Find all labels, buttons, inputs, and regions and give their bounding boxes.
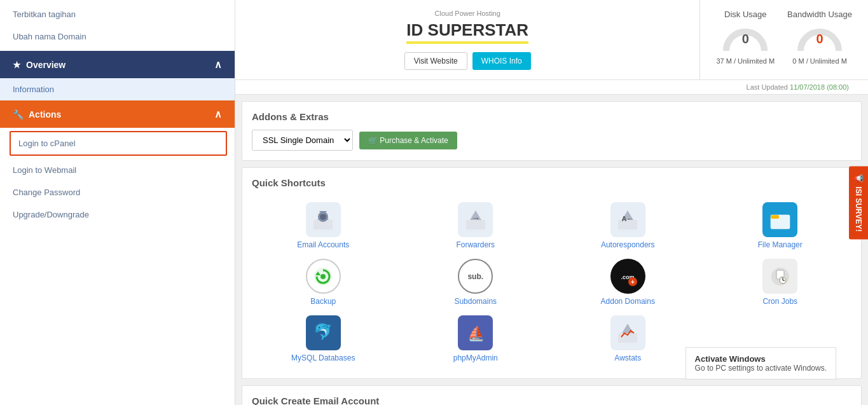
sidebar-link-ubah[interactable]: Ubah nama Domain (0, 25, 235, 48)
sidebar-actions-header[interactable]: 🔧 Actions ∧ (0, 100, 235, 128)
activate-title: Activate Windows (695, 354, 827, 364)
sidebar-item-webmail[interactable]: Login to Webmail (0, 159, 235, 181)
actions-label: Actions (29, 109, 61, 120)
addon-select[interactable]: SSL Single Domain (252, 130, 353, 151)
svg-text:A←: A← (622, 215, 634, 223)
overview-label: Overview (26, 60, 65, 70)
shortcut-mysql[interactable]: 🐬 MySQL Databases (252, 315, 395, 362)
svg-text:+: + (631, 278, 635, 285)
addon-domains-icon: .com + (610, 259, 645, 294)
visit-website-button[interactable]: Visit Website (404, 52, 467, 70)
svg-point-5 (320, 214, 326, 220)
sidebar-item-information[interactable]: Information (0, 78, 235, 100)
file-manager-label: File Manager (758, 240, 803, 249)
awstats-label: Awstats (614, 354, 641, 362)
sidebar-top-items: Terbitkan tagihan Ubah nama Domain (0, 0, 235, 51)
sidebar-link-terbitkan[interactable]: Terbitkan tagihan (0, 3, 235, 25)
file-manager-icon (762, 202, 797, 237)
shortcut-email-accounts[interactable]: Email Accounts (252, 202, 395, 249)
usage-section: Disk Usage 0 37 M / Unlimited M Bandwidt… (700, 0, 868, 79)
hosting-info: Cloud Power Hosting ID SUPERSTAR Visit W… (235, 0, 700, 79)
phpmyadmin-icon: ⛵ (458, 315, 493, 350)
phpmyadmin-label: phpMyAdmin (453, 354, 498, 362)
cloud-provider: Cloud Power Hosting (435, 10, 500, 17)
main-content: Cloud Power Hosting ID SUPERSTAR Visit W… (235, 0, 868, 405)
bandwidth-usage-label: Bandwidth Usage (787, 10, 852, 19)
forwarders-label: Forwarders (456, 240, 495, 249)
shortcut-addon-domains[interactable]: .com + Addon Domains (556, 259, 699, 306)
actions-sub-items: Login to cPanel ◀ Login to Webmail Chang… (0, 128, 235, 226)
login-cpanel-wrapper: Login to cPanel ◀ (0, 128, 235, 159)
hosting-buttons: Visit Website WHOIS Info (404, 52, 531, 70)
svg-text:⛵: ⛵ (467, 325, 485, 342)
subdomains-icon: sub. (458, 259, 493, 294)
addon-domains-label: Addon Domains (601, 297, 655, 306)
shortcut-autoresponders[interactable]: A← Autoresponders (556, 202, 699, 249)
shortcut-cron-jobs[interactable]: Cron Jobs (709, 259, 852, 306)
sidebar-item-upgrade[interactable]: Upgrade/Downgrade (0, 203, 235, 226)
sidebar-overview-header[interactable]: ★ Overview ∧ (0, 51, 235, 78)
autoresponders-label: Autoresponders (601, 240, 655, 249)
activate-windows-notice: Activate Windows Go to PC settings to ac… (685, 347, 836, 380)
autoresponders-icon: A← (610, 202, 645, 237)
bandwidth-gauge: 0 (794, 22, 845, 56)
cron-jobs-label: Cron Jobs (762, 297, 797, 306)
actions-chevron: ∧ (214, 108, 222, 120)
svg-point-17 (320, 274, 326, 279)
shortcut-awstats[interactable]: Awstats (556, 315, 699, 362)
subdomains-label: Subdomains (454, 297, 497, 306)
activate-desc: Go to PC settings to activate Windows. (695, 364, 827, 373)
survey-button[interactable]: 📢 ISI SURVEY! (849, 166, 868, 239)
addons-title: Addons & Extras (252, 111, 851, 122)
survey-label: ISI SURVEY! (854, 186, 863, 231)
star-icon: ★ (13, 60, 21, 70)
disk-gauge: 0 (720, 22, 771, 56)
email-accounts-icon (306, 202, 341, 237)
addons-section: Addons & Extras SSL Single Domain 🛒 Purc… (242, 101, 862, 161)
sub-text: sub. (467, 272, 483, 281)
shortcut-forwarders[interactable]: → Forwarders (404, 202, 548, 249)
email-accounts-label: Email Accounts (297, 240, 349, 249)
overview-chevron: ∧ (214, 58, 222, 71)
disk-usage: Disk Usage 0 37 M / Unlimited M (716, 10, 775, 65)
overview-sub-items: Information (0, 78, 235, 100)
whois-info-button[interactable]: WHOIS Info (472, 52, 531, 70)
last-updated-value: 11/07/2018 (08:00) (790, 83, 849, 91)
shortcuts-title: Quick Shortcuts (252, 177, 851, 188)
shortcut-subdomains[interactable]: sub. Subdomains (404, 259, 548, 306)
forwarders-icon: → (458, 202, 493, 237)
mysql-label: MySQL Databases (291, 354, 355, 362)
top-info-bar: Cloud Power Hosting ID SUPERSTAR Visit W… (235, 0, 868, 80)
shortcut-file-manager[interactable]: File Manager (709, 202, 852, 249)
disk-value: 0 (742, 32, 749, 46)
purchase-activate-button[interactable]: 🛒 Purchase & Activate (359, 132, 457, 149)
sidebar-item-change-password[interactable]: Change Password (0, 181, 235, 203)
shortcut-backup[interactable]: Backup (252, 259, 395, 306)
cart-icon: 🛒 (368, 136, 378, 145)
megaphone-icon: 📢 (854, 174, 863, 183)
bandwidth-value: 0 (816, 32, 823, 46)
svg-rect-13 (771, 215, 779, 219)
awstats-icon (610, 315, 645, 350)
shortcuts-grid: Email Accounts → Forwarders (252, 196, 851, 369)
disk-usage-label: Disk Usage (716, 10, 775, 19)
wrench-icon: 🔧 (13, 109, 24, 120)
svg-text:🐬: 🐬 (313, 322, 333, 341)
backup-label: Backup (310, 297, 336, 306)
quick-create-section: Quick Create Email Account @hariri.my.id… (242, 385, 862, 405)
last-updated: Last Updated 11/07/2018 (08:00) (235, 80, 868, 95)
backup-icon (306, 259, 341, 294)
cron-jobs-icon (762, 259, 797, 294)
bandwidth-sub: 0 M / Unlimited M (787, 57, 852, 65)
mysql-icon: 🐬 (306, 315, 341, 350)
disk-sub: 37 M / Unlimited M (716, 57, 775, 65)
sidebar: Terbitkan tagihan Ubah nama Domain ★ Ove… (0, 0, 235, 405)
quick-create-title: Quick Create Email Account (252, 395, 851, 405)
bandwidth-usage: Bandwidth Usage 0 0 M / Unlimited M (787, 10, 852, 65)
addon-row: SSL Single Domain 🛒 Purchase & Activate (252, 130, 851, 151)
hosting-name: ID SUPERSTAR (406, 20, 528, 44)
svg-text:→: → (471, 213, 480, 223)
last-updated-label: Last Updated (747, 83, 788, 91)
login-cpanel-button[interactable]: Login to cPanel (10, 131, 227, 156)
shortcut-phpmyadmin[interactable]: ⛵ phpMyAdmin (404, 315, 548, 362)
